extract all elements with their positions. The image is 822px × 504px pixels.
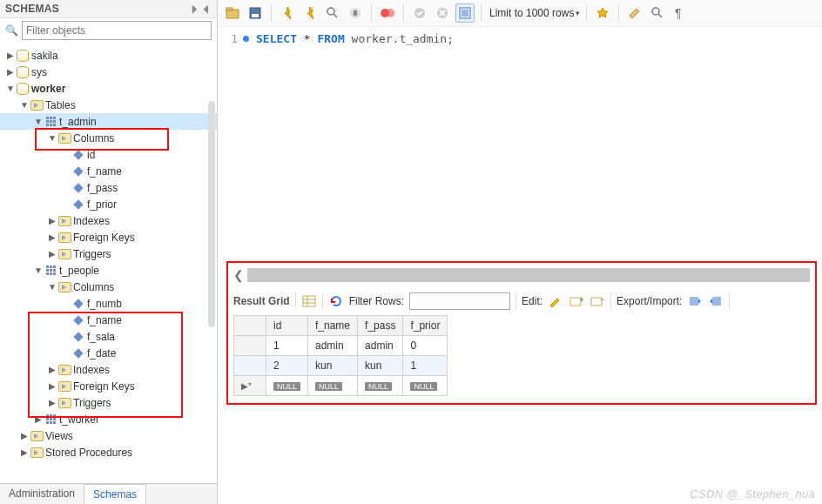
tab-schemas[interactable]: Schemas bbox=[84, 484, 146, 504]
export-import-label: Export/Import: bbox=[616, 295, 682, 307]
sidebar-collapse-icon[interactable]: ⏵⏴ bbox=[190, 3, 212, 15]
col-id[interactable]: id bbox=[0, 146, 217, 163]
table-icon bbox=[46, 414, 56, 424]
svg-rect-8 bbox=[354, 10, 357, 16]
filter-rows-input[interactable] bbox=[409, 292, 510, 310]
brush-button[interactable] bbox=[625, 3, 644, 23]
col-header[interactable]: id bbox=[266, 316, 308, 336]
edit-label: Edit: bbox=[522, 295, 542, 307]
export-button[interactable] bbox=[687, 294, 703, 308]
folder-icon bbox=[58, 249, 71, 259]
filter-rows-label: Filter Rows: bbox=[349, 295, 404, 307]
grid-row[interactable]: 1adminadmin0 bbox=[234, 336, 448, 356]
stop-button[interactable] bbox=[346, 3, 365, 23]
folder-triggers-people[interactable]: ▶Triggers bbox=[0, 394, 217, 411]
grid-row[interactable]: 2kunkun1 bbox=[234, 356, 448, 376]
toggle-limit-button[interactable] bbox=[455, 3, 475, 23]
breakpoint-icon[interactable] bbox=[243, 36, 249, 42]
import-button[interactable] bbox=[708, 294, 724, 308]
delete-row-button[interactable]: － bbox=[590, 294, 605, 308]
svg-point-10 bbox=[386, 9, 394, 17]
toggle-autocommit-button[interactable] bbox=[378, 3, 397, 23]
folder-icon bbox=[30, 431, 44, 441]
folder-stored-procedures[interactable]: ▶Stored Procedures bbox=[0, 444, 217, 460]
save-button[interactable] bbox=[246, 3, 265, 23]
commit-button[interactable] bbox=[410, 3, 429, 23]
folder-triggers-admin[interactable]: ▶Triggers bbox=[0, 245, 217, 262]
folder-views[interactable]: ▶Views bbox=[0, 427, 217, 444]
grid-new-row[interactable]: ▶* NULL NULL NULL NULL bbox=[234, 376, 448, 396]
col-f-sala[interactable]: f_sala bbox=[0, 328, 217, 345]
filter-objects-input[interactable] bbox=[22, 21, 212, 40]
svg-rect-18 bbox=[303, 296, 315, 306]
col-f-numb[interactable]: f_numb bbox=[0, 295, 217, 312]
svg-text:¶: ¶ bbox=[675, 6, 682, 20]
column-icon bbox=[73, 183, 83, 192]
folder-columns-people[interactable]: ▼Columns bbox=[0, 279, 217, 295]
add-row-button[interactable]: ＋ bbox=[569, 294, 584, 308]
row-limit-dropdown[interactable]: Limit to 1000 rows▾ bbox=[488, 7, 580, 19]
col-f-date[interactable]: f_date bbox=[0, 345, 217, 361]
sidebar-search: 🔍 bbox=[0, 18, 217, 44]
table-t-worker[interactable]: ▶t_worker bbox=[0, 411, 217, 427]
col-f-name-p[interactable]: f_name bbox=[0, 312, 217, 328]
execute-button[interactable] bbox=[278, 3, 297, 23]
db-sakila[interactable]: ▶sakila bbox=[0, 47, 217, 64]
tab-administration[interactable]: Administration bbox=[0, 484, 84, 504]
col-f-pass[interactable]: f_pass bbox=[0, 179, 217, 196]
svg-rect-27 bbox=[712, 297, 721, 306]
open-file-button[interactable] bbox=[223, 3, 242, 23]
col-header[interactable]: f_prior bbox=[403, 316, 448, 336]
find-button[interactable] bbox=[648, 3, 667, 23]
grid-view-button[interactable] bbox=[301, 294, 317, 308]
folder-icon bbox=[58, 381, 71, 392]
table-icon bbox=[46, 117, 56, 126]
result-grid[interactable]: id f_name f_pass f_prior 1adminadmin0 2k… bbox=[233, 315, 448, 396]
column-icon bbox=[73, 332, 83, 341]
svg-rect-1 bbox=[226, 8, 232, 10]
refresh-button[interactable] bbox=[328, 294, 344, 308]
svg-line-6 bbox=[334, 14, 337, 17]
folder-columns-admin[interactable]: ▼Columns bbox=[0, 130, 217, 146]
folder-fk-admin[interactable]: ▶Foreign Keys bbox=[0, 229, 217, 245]
folder-tables[interactable]: ▼Tables bbox=[0, 97, 217, 113]
nav-back-button[interactable]: ❮ bbox=[233, 268, 244, 282]
table-t-admin[interactable]: ▼t_admin bbox=[0, 113, 217, 130]
sql-editor[interactable]: 1 SELECT * FROM worker.t_admin; bbox=[218, 27, 822, 45]
result-grid-label: Result Grid bbox=[233, 295, 290, 307]
schemas-sidebar: SCHEMAS ⏵⏴ 🔍 ▶sakila ▶sys ▼worker ▼Table… bbox=[0, 0, 218, 504]
schema-tree[interactable]: ▶sakila ▶sys ▼worker ▼Tables ▼t_admin ▼C… bbox=[0, 44, 217, 483]
sidebar-tabs: Administration Schemas bbox=[0, 483, 217, 504]
nav-bar[interactable] bbox=[247, 268, 810, 282]
execute-current-button[interactable]: I bbox=[300, 3, 320, 23]
svg-text:＋: ＋ bbox=[577, 295, 583, 304]
results-nav: ❮ bbox=[233, 268, 810, 282]
folder-icon bbox=[58, 133, 71, 144]
database-icon bbox=[17, 83, 29, 95]
results-toolbar: Result Grid Filter Rows: Edit: ＋ － Expor… bbox=[233, 292, 810, 310]
edit-row-button[interactable] bbox=[548, 294, 563, 308]
sidebar-title: SCHEMAS bbox=[5, 3, 59, 15]
rollback-button[interactable] bbox=[433, 3, 452, 23]
folder-fk-people[interactable]: ▶Foreign Keys bbox=[0, 378, 217, 394]
beautify-button[interactable] bbox=[593, 3, 612, 23]
db-sys[interactable]: ▶sys bbox=[0, 64, 217, 80]
explain-button[interactable] bbox=[323, 3, 342, 23]
sidebar-scrollbar[interactable] bbox=[208, 44, 215, 444]
folder-icon bbox=[30, 447, 44, 458]
watermark: CSDN @_Stephen_huà bbox=[690, 487, 815, 501]
folder-indexes-people[interactable]: ▶Indexes bbox=[0, 361, 217, 378]
sql-code[interactable]: SELECT * FROM worker.t_admin; bbox=[256, 32, 454, 45]
col-header[interactable]: f_name bbox=[308, 316, 358, 336]
annotation-box: ❮ Result Grid Filter Rows: Edit: ＋ － bbox=[226, 261, 817, 405]
col-f-prior[interactable]: f_prior bbox=[0, 196, 217, 212]
editor-toolbar: I Limit to 1000 rows▾ ¶ bbox=[218, 0, 822, 27]
db-worker[interactable]: ▼worker bbox=[0, 80, 217, 97]
toggle-invisible-button[interactable]: ¶ bbox=[670, 3, 690, 23]
table-t-people[interactable]: ▼t_people bbox=[0, 262, 217, 279]
col-header[interactable]: f_pass bbox=[358, 316, 403, 336]
folder-icon bbox=[58, 398, 71, 408]
col-f-name[interactable]: f_name bbox=[0, 163, 217, 179]
folder-indexes-admin[interactable]: ▶Indexes bbox=[0, 212, 217, 229]
database-icon bbox=[17, 66, 29, 78]
